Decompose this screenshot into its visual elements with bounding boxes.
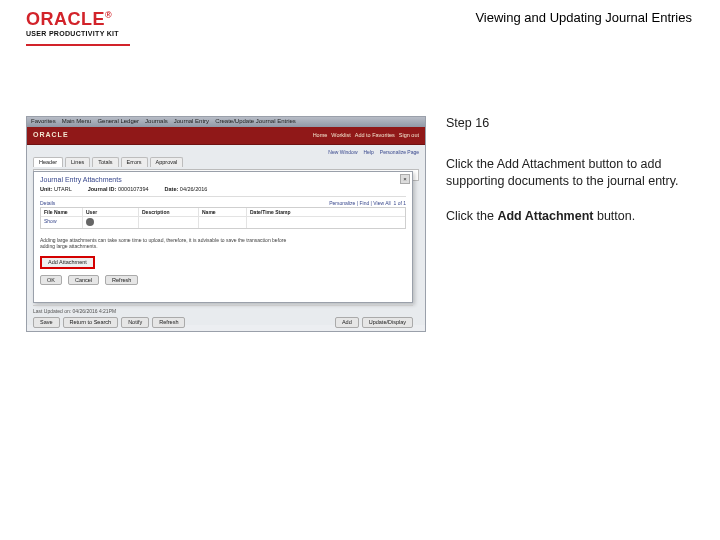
- grid-count: 1 of 1: [393, 200, 406, 206]
- oracle-logo: ORACLE®: [26, 10, 112, 28]
- app-screenshot: Favorites Main Menu General Ledger Journ…: [26, 116, 426, 332]
- last-updated-value: 04/26/2016 4:21PM: [72, 308, 116, 314]
- new-window-link[interactable]: New Window: [328, 149, 357, 155]
- col-desc: Description: [139, 208, 199, 216]
- home-link[interactable]: Home: [313, 132, 328, 139]
- find-link[interactable]: Find: [359, 200, 369, 206]
- logo-underline: [26, 44, 130, 46]
- personalize-page-link[interactable]: Personalize Page: [380, 149, 419, 155]
- col-dt: Date/Time Stamp: [247, 208, 397, 216]
- return-button[interactable]: Return to Search: [63, 317, 119, 328]
- help-link[interactable]: Help: [364, 149, 374, 155]
- tab-totals[interactable]: Totals: [92, 157, 118, 167]
- save-button[interactable]: Save: [33, 317, 60, 328]
- show-link[interactable]: Show: [41, 217, 83, 228]
- cancel-button[interactable]: Cancel: [68, 275, 99, 286]
- attachments-grid: File Name User Description Name Date/Tim…: [40, 207, 406, 229]
- tab-errors[interactable]: Errors: [121, 157, 148, 167]
- app-red-header: ORACLE Home Worklist Add to Favorites Si…: [27, 127, 425, 145]
- worklist-link[interactable]: Worklist: [331, 132, 350, 139]
- instruction-paragraph-2: Click the Add Attachment button.: [446, 208, 694, 225]
- table-row: Show: [41, 217, 405, 228]
- col-name: Name: [199, 208, 247, 216]
- add-button[interactable]: Add: [335, 317, 359, 328]
- tab-approval[interactable]: Approval: [150, 157, 184, 167]
- add-attachment-button[interactable]: Add Attachment: [40, 256, 95, 269]
- details-label: Details: [40, 200, 55, 206]
- close-icon[interactable]: ×: [400, 174, 410, 184]
- modal-title: Journal Entry Attachments: [40, 176, 406, 184]
- last-updated-label: Last Updated on:: [33, 308, 71, 314]
- refresh-page-button[interactable]: Refresh: [152, 317, 185, 328]
- favorites-link[interactable]: Add to Favorites: [355, 132, 395, 139]
- personalize-link[interactable]: Personalize: [329, 200, 355, 206]
- instruction-paragraph-1: Click the Add Attachment button to add s…: [446, 156, 694, 190]
- update-display-button[interactable]: Update/Display: [362, 317, 413, 328]
- instruction-panel: Step 16 Click the Add Attachment button …: [446, 116, 694, 332]
- col-filename: File Name: [41, 208, 83, 216]
- refresh-button[interactable]: Refresh: [105, 275, 138, 286]
- app-breadcrumb: Favorites Main Menu General Ledger Journ…: [27, 117, 425, 127]
- tab-strip: Header Lines Totals Errors Approval: [33, 157, 419, 167]
- tab-header[interactable]: Header: [33, 157, 63, 167]
- topic-title: Viewing and Updating Journal Entries: [475, 10, 704, 25]
- attachment-disclaimer: Adding large attachments can take some t…: [40, 237, 300, 250]
- oracle-logo-block: ORACLE® USER PRODUCTIVITY KIT: [26, 10, 119, 37]
- tab-lines[interactable]: Lines: [65, 157, 90, 167]
- upk-subbrand: USER PRODUCTIVITY KIT: [26, 30, 119, 37]
- user-icon: [86, 218, 94, 226]
- attachments-modal: × Journal Entry Attachments Unit: UTARL …: [33, 171, 413, 303]
- signout-link[interactable]: Sign out: [399, 132, 419, 139]
- step-label: Step 16: [446, 116, 694, 130]
- viewall-link[interactable]: View All: [373, 200, 390, 206]
- col-user: User: [83, 208, 139, 216]
- notify-button[interactable]: Notify: [121, 317, 149, 328]
- ok-button[interactable]: OK: [40, 275, 62, 286]
